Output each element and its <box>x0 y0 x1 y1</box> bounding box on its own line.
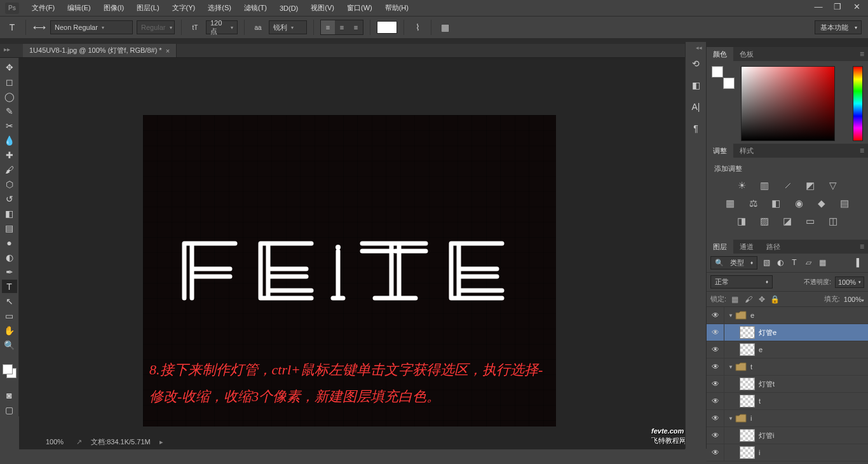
menu-filter[interactable]: 滤镜(T) <box>238 1 273 15</box>
adjustments-tab[interactable]: 调整 <box>707 144 733 158</box>
window-minimize[interactable]: — <box>809 0 828 13</box>
expand-arrow-icon[interactable]: ▼ <box>728 364 733 370</box>
properties-panel-icon[interactable]: ◧ <box>689 79 702 92</box>
expand-arrow-icon[interactable]: ▼ <box>728 313 733 318</box>
color-tab[interactable]: 颜色 <box>707 47 733 61</box>
crop-tool[interactable]: ✂ <box>2 119 17 132</box>
color-lookup-icon[interactable]: ▤ <box>839 198 850 209</box>
posterize-icon[interactable]: ▨ <box>759 215 770 227</box>
filter-adjustment-icon[interactable]: ◐ <box>775 258 785 268</box>
hand-tool[interactable]: ✋ <box>2 324 17 337</box>
layer-filter-kind-dropdown[interactable]: 🔍 类型♦ <box>710 256 757 270</box>
visibility-toggle[interactable]: 👁 <box>707 376 724 392</box>
shape-tool[interactable]: ▭ <box>2 309 17 322</box>
healing-tool[interactable]: ✚ <box>2 148 17 161</box>
anti-alias-dropdown[interactable]: 锐利▾ <box>269 20 307 34</box>
text-color-swatch[interactable] <box>377 21 397 34</box>
brightness-icon[interactable]: ☀ <box>736 180 747 191</box>
eraser-tool[interactable]: ◧ <box>2 207 17 220</box>
menu-view[interactable]: 视图(V) <box>304 1 341 15</box>
quick-mask-icon[interactable]: ◙ <box>2 388 17 402</box>
menu-file[interactable]: 文件(F) <box>25 1 61 15</box>
paths-tab[interactable]: 路径 <box>760 240 787 254</box>
layers-panel-menu-icon[interactable]: ≡ <box>860 242 864 251</box>
layer-row[interactable]: 👁灯管i <box>707 427 868 444</box>
type-tool[interactable]: T <box>2 280 17 293</box>
dodge-tool[interactable]: ◐ <box>2 250 17 264</box>
align-left-button[interactable]: ≡ <box>321 20 335 34</box>
visibility-toggle[interactable]: 👁 <box>707 393 724 409</box>
blur-tool[interactable]: ● <box>2 236 17 249</box>
expand-arrow-icon[interactable]: ▼ <box>728 416 733 421</box>
screen-mode-icon[interactable]: ▢ <box>2 403 17 416</box>
collapse-icon[interactable]: ▸▸ <box>4 46 10 53</box>
visibility-toggle[interactable]: 👁 <box>707 324 724 341</box>
hue-slider[interactable] <box>853 66 863 141</box>
photo-filter-icon[interactable]: ◉ <box>793 198 804 209</box>
filter-pixel-icon[interactable]: ▧ <box>761 258 771 268</box>
quick-select-tool[interactable]: ✎ <box>2 104 17 118</box>
hue-icon[interactable]: ▦ <box>724 198 736 209</box>
layer-row[interactable]: 👁i <box>707 444 868 461</box>
menu-help[interactable]: 帮助(H) <box>379 1 415 15</box>
color-panel-menu-icon[interactable]: ≡ <box>860 50 864 58</box>
path-select-tool[interactable]: ↖ <box>2 294 17 308</box>
lock-transparency-icon[interactable]: ▦ <box>730 295 740 304</box>
lock-position-icon[interactable]: ✥ <box>757 295 766 304</box>
font-size-dropdown[interactable]: 120 点▾ <box>206 20 238 34</box>
zoom-tool[interactable]: 🔍 <box>2 338 17 351</box>
opacity-field[interactable]: 100%▾ <box>835 276 864 288</box>
layers-tab[interactable]: 图层 <box>707 240 733 254</box>
layer-row[interactable]: 👁t <box>707 393 868 410</box>
paragraph-panel-icon[interactable]: ¶ <box>689 122 702 135</box>
move-tool[interactable]: ✥ <box>2 60 17 74</box>
character-panel-icon[interactable]: ▦ <box>438 20 452 34</box>
align-right-button[interactable]: ≡ <box>349 20 363 34</box>
exposure-icon[interactable]: ◩ <box>804 180 816 191</box>
invert-icon[interactable]: ◨ <box>736 215 747 227</box>
warp-text-icon[interactable]: ⌇ <box>410 20 424 34</box>
adjustments-panel-menu-icon[interactable]: ≡ <box>860 146 864 155</box>
window-maximize[interactable]: ❐ <box>828 0 847 13</box>
layer-group[interactable]: 👁▼t <box>707 358 868 376</box>
strip-collapse-icon[interactable]: ◂◂ <box>696 44 702 51</box>
lock-all-icon[interactable]: 🔒 <box>770 295 780 304</box>
layer-group[interactable]: 👁▼i <box>707 410 868 427</box>
eyedropper-tool[interactable]: 💧 <box>2 133 17 147</box>
selective-color-icon[interactable]: ◫ <box>827 215 839 227</box>
color-balance-icon[interactable]: ⚖ <box>747 198 759 209</box>
blend-mode-dropdown[interactable]: 正常♦ <box>710 275 773 289</box>
text-orientation-icon[interactable]: ⟷ <box>32 20 46 34</box>
zoom-level[interactable]: 100% <box>42 438 67 446</box>
bw-icon[interactable]: ◧ <box>770 198 782 209</box>
layer-row[interactable]: 👁灯管t <box>707 376 868 393</box>
saturation-brightness-box[interactable] <box>741 66 835 141</box>
menu-select[interactable]: 选择(S) <box>201 1 238 15</box>
menu-layer[interactable]: 图层(L) <box>130 1 165 15</box>
curves-icon[interactable]: ⟋ <box>782 180 793 191</box>
layer-tree[interactable]: 👁▼e👁灯管e👁e👁▼t👁灯管t👁t👁▼i👁灯管i👁i <box>707 307 868 464</box>
document-canvas[interactable]: 8.接下来制作灯管，ctrl+鼠标左键单击文字获得选区，执行选择-修改-收缩，收… <box>143 115 556 426</box>
visibility-toggle[interactable]: 👁 <box>707 444 724 461</box>
foreground-background-swatch[interactable] <box>712 66 728 83</box>
pen-tool[interactable]: ✒ <box>2 265 17 278</box>
filter-smart-icon[interactable]: ▦ <box>817 258 827 268</box>
window-close[interactable]: ✕ <box>847 0 866 13</box>
status-nav-icon[interactable]: ↗ <box>76 438 82 446</box>
threshold-icon[interactable]: ◪ <box>782 215 793 227</box>
visibility-toggle[interactable]: 👁 <box>707 410 724 426</box>
filter-toggle-icon[interactable]: ▌ <box>854 258 864 268</box>
swatches-tab[interactable]: 色板 <box>733 47 760 61</box>
styles-tab[interactable]: 样式 <box>733 144 760 158</box>
levels-icon[interactable]: ▥ <box>759 180 770 191</box>
channel-mixer-icon[interactable]: ◆ <box>816 198 827 209</box>
filter-shape-icon[interactable]: ▱ <box>803 258 813 268</box>
channels-tab[interactable]: 通道 <box>733 240 760 254</box>
lasso-tool[interactable]: ◯ <box>2 90 17 103</box>
menu-edit[interactable]: 编辑(E) <box>61 1 97 15</box>
layer-row[interactable]: 👁灯管e <box>707 324 868 341</box>
workspace-dropdown[interactable]: 基本功能▾ <box>815 20 862 34</box>
color-picker-tool[interactable] <box>1 363 18 379</box>
visibility-toggle[interactable]: 👁 <box>707 307 724 324</box>
gradient-map-icon[interactable]: ▭ <box>804 215 816 227</box>
